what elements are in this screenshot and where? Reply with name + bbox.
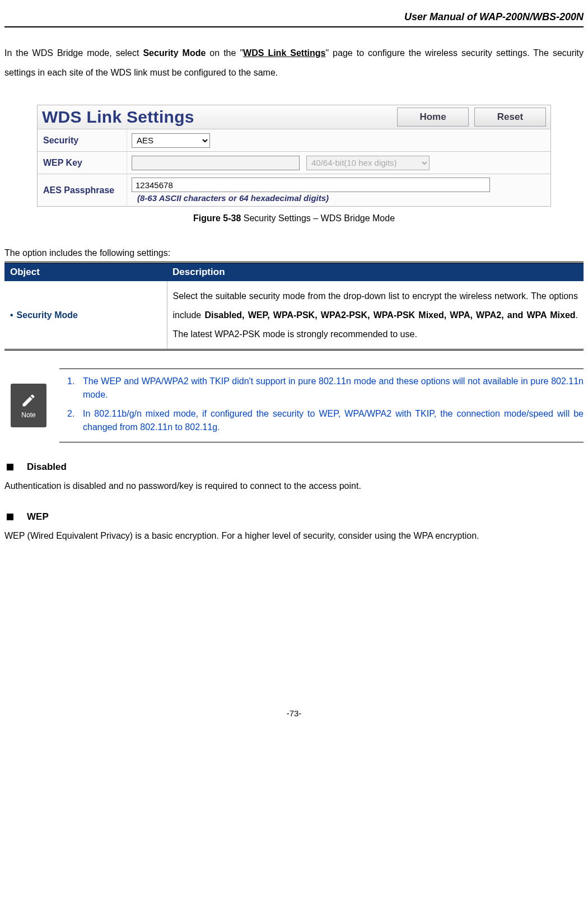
- note-number: 2.: [67, 407, 83, 434]
- caption-bold: Figure 5-38: [193, 213, 241, 223]
- note-number: 1.: [67, 375, 83, 402]
- note-content: 1. The WEP and WPA/WPA2 with TKIP didn't…: [59, 369, 584, 442]
- value-wepkey: 40/64-bit(10 hex digits): [127, 152, 550, 174]
- aes-passphrase-input[interactable]: [132, 178, 490, 192]
- table-header-row: Object Description: [4, 263, 584, 282]
- th-object: Object: [4, 263, 167, 282]
- note-block: Note 1. The WEP and WPA/WPA2 with TKIP d…: [4, 369, 584, 442]
- square-bullet-icon: [7, 464, 13, 470]
- table-row: •Security Mode Select the suitable secur…: [4, 281, 584, 349]
- panel-title: WDS Link Settings: [42, 108, 194, 127]
- wds-panel: WDS Link Settings Home Reset Security AE…: [37, 105, 551, 207]
- square-bullet-icon: [7, 514, 13, 520]
- pencil-icon: [20, 392, 37, 409]
- wepkey-length-select[interactable]: 40/64-bit(10 hex digits): [306, 156, 430, 170]
- doc-header: User Manual of WAP-200N/WBS-200N: [4, 11, 584, 27]
- description-table: Object Description •Security Mode Select…: [4, 262, 584, 351]
- security-select[interactable]: AES: [132, 133, 210, 148]
- figure-container: WDS Link Settings Home Reset Security AE…: [4, 105, 584, 207]
- panel-header: WDS Link Settings Home Reset: [38, 105, 550, 129]
- intro-paragraph: In the WDS Bridge mode, select Security …: [4, 43, 584, 82]
- cell-description: Select the suitable security mode from t…: [167, 281, 584, 349]
- caption-text: Security Settings – WDS Bridge Mode: [241, 213, 395, 223]
- note-text: In 802.11b/g/n mixed mode, if configured…: [83, 407, 584, 434]
- page-number: -73-: [4, 708, 584, 724]
- section-body-disabled: Authentication is disabled and no passwo…: [4, 476, 584, 496]
- cell-object: •Security Mode: [4, 281, 167, 349]
- label-aes: AES Passphrase: [38, 174, 127, 206]
- home-button[interactable]: Home: [397, 108, 469, 127]
- note-icon-wrap: Note: [7, 369, 50, 442]
- text: on the ": [206, 48, 243, 58]
- text-bold: Security Mode: [143, 48, 206, 58]
- note-item: 1. The WEP and WPA/WPA2 with TKIP didn't…: [67, 375, 584, 402]
- row-security: Security AES: [38, 129, 550, 152]
- section-body-wep: WEP (Wired Equivalent Privacy) is a basi…: [4, 526, 584, 545]
- label-security: Security: [38, 129, 127, 151]
- panel-buttons: Home Reset: [397, 108, 546, 127]
- section-title: WEP: [27, 511, 49, 523]
- row-wepkey: WEP Key 40/64-bit(10 hex digits): [38, 152, 550, 174]
- note-text: The WEP and WPA/WPA2 with TKIP didn't su…: [83, 375, 584, 402]
- value-security: AES: [127, 130, 550, 151]
- note-icon: Note: [11, 384, 46, 427]
- row-aes: AES Passphrase (8-63 ASCII characters or…: [38, 174, 550, 206]
- label-wepkey: WEP Key: [38, 152, 127, 174]
- note-list: 1. The WEP and WPA/WPA2 with TKIP didn't…: [67, 375, 584, 434]
- text-bold: Disabled, WEP, WPA-PSK, WPA2-PSK, WPA-PS…: [204, 310, 575, 320]
- object-name: Security Mode: [17, 310, 78, 320]
- section-heading-wep: WEP: [4, 511, 584, 523]
- value-aes: (8-63 ASCII characters or 64 hexadecimal…: [127, 174, 550, 206]
- section-heading-disabled: Disabled: [4, 461, 584, 473]
- wepkey-input[interactable]: [132, 156, 300, 170]
- note-item: 2. In 802.11b/g/n mixed mode, if configu…: [67, 407, 584, 434]
- note-label: Note: [21, 411, 35, 419]
- th-description: Description: [167, 263, 584, 282]
- section-title: Disabled: [27, 461, 67, 473]
- aes-hint: (8-63 ASCII characters or 64 hexadecimal…: [132, 193, 329, 203]
- table-intro: The option includes the following settin…: [4, 248, 584, 258]
- text-bold-underline: WDS Link Settings: [243, 48, 325, 58]
- text: In the WDS Bridge mode, select: [4, 48, 143, 58]
- figure-caption: Figure 5-38 Security Settings – WDS Brid…: [4, 213, 584, 223]
- reset-button[interactable]: Reset: [474, 108, 546, 127]
